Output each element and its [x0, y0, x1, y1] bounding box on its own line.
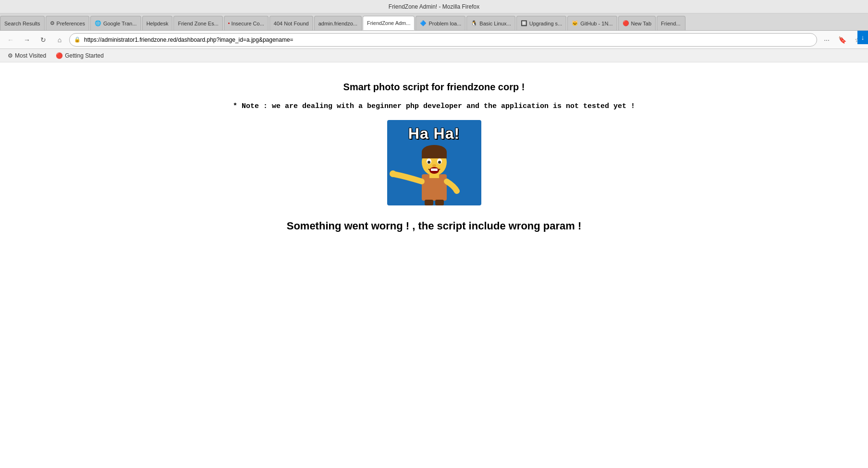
- haha-text: Ha Ha!: [408, 120, 460, 143]
- bookmark-label: Getting Started: [65, 52, 104, 59]
- bookmark-most-visited[interactable]: ⚙ Most Visited: [4, 51, 50, 60]
- tab-label: Friend...: [661, 21, 680, 26]
- tab-label: 404 Not Found: [274, 21, 309, 26]
- svg-rect-0: [422, 174, 447, 201]
- most-visited-icon: ⚙: [8, 52, 13, 59]
- haha-image: Ha Ha!: [387, 120, 481, 205]
- svg-rect-14: [435, 200, 444, 205]
- svg-rect-11: [431, 168, 438, 171]
- svg-point-12: [390, 170, 396, 177]
- title-bar: FriendZone Admin! - Mozilla Firefox: [0, 0, 868, 13]
- tab-404[interactable]: 404 Not Found: [269, 16, 313, 30]
- getting-started-icon: 🔴: [56, 52, 63, 59]
- tab-insecure[interactable]: • Insecure Co...: [224, 16, 269, 30]
- tab-label: Preferences: [57, 21, 85, 26]
- address-bar: ← → ↻ ⌂ 🔒 ··· 🔖 ☆: [0, 31, 868, 49]
- gear-icon: ⚙: [50, 20, 55, 26]
- tab-label: New Tab: [631, 21, 652, 26]
- home-button[interactable]: ⌂: [53, 33, 66, 47]
- tab-label: Insecure Co...: [231, 21, 264, 26]
- tab-problem[interactable]: 🔷 Problem loa...: [416, 16, 465, 30]
- translate-icon: 🌐: [95, 20, 101, 26]
- bookmark-getting-started[interactable]: 🔴 Getting Started: [52, 51, 108, 60]
- url-container: 🔒: [69, 33, 817, 47]
- problem-icon: 🔷: [420, 20, 427, 26]
- tab-label: Basic Linux...: [479, 21, 511, 26]
- tab-label: Helpdesk: [147, 21, 169, 26]
- url-input[interactable]: [69, 33, 817, 47]
- forward-button[interactable]: →: [20, 33, 34, 47]
- svg-rect-13: [425, 200, 433, 205]
- newtab-icon: 🔴: [623, 20, 629, 26]
- tab-bar: Search Results ⚙ Preferences 🌐 Google Tr…: [0, 13, 868, 31]
- page-content: Smart photo script for friendzone corp !…: [0, 62, 868, 468]
- svg-point-9: [432, 164, 436, 167]
- tab-google-translate[interactable]: 🌐 Google Tran...: [90, 16, 141, 30]
- tab-upgrading[interactable]: 🔲 Upgrading s...: [516, 16, 566, 30]
- linux-icon: 🐧: [471, 20, 477, 26]
- tab-admin-friendzo[interactable]: admin.friendzo...: [314, 16, 362, 30]
- bookmark-label: Most Visited: [15, 52, 46, 59]
- page-note: * Note : we are dealing with a beginner …: [233, 102, 635, 110]
- upgrade-icon: 🔲: [521, 20, 527, 26]
- tab-label: FriendZone Adm...: [367, 20, 411, 26]
- github-icon: 🐱: [572, 20, 578, 26]
- tab-basic-linux[interactable]: 🐧 Basic Linux...: [466, 16, 515, 30]
- lock-icon: 🔒: [74, 36, 81, 43]
- reload-button[interactable]: ↻: [37, 33, 50, 47]
- tab-label: Friend Zone Es...: [178, 21, 218, 26]
- svg-rect-4: [422, 152, 447, 158]
- window-title: FriendZone Admin! - Mozilla Firefox: [389, 3, 479, 10]
- svg-point-8: [438, 161, 441, 164]
- tab-label: Upgrading s...: [529, 21, 562, 26]
- back-button[interactable]: ←: [4, 33, 17, 47]
- tab-label: Problem loa...: [428, 21, 461, 26]
- nelson-figure: [387, 143, 481, 205]
- download-indicator[interactable]: ↓: [857, 31, 868, 44]
- page-error: Something went worng ! , the script incl…: [287, 220, 582, 232]
- tab-friendzone-admin[interactable]: FriendZone Adm...: [363, 16, 415, 30]
- tab-label: admin.friendzo...: [318, 21, 357, 26]
- pocket-button[interactable]: 🔖: [835, 33, 849, 47]
- insecure-icon: •: [228, 21, 230, 26]
- tab-label: Google Tran...: [103, 21, 137, 26]
- svg-point-7: [428, 161, 430, 164]
- tab-new-tab[interactable]: 🔴 New Tab: [618, 16, 656, 30]
- tab-preferences[interactable]: ⚙ Preferences: [46, 16, 89, 30]
- tab-friend-overflow[interactable]: Friend...: [657, 16, 685, 30]
- tab-search-results[interactable]: Search Results: [0, 16, 45, 30]
- tab-label: Search Results: [4, 21, 40, 26]
- tab-label: GitHub - 1N...: [580, 21, 612, 26]
- tab-helpdesk[interactable]: Helpdesk: [142, 16, 173, 30]
- nelson-svg: [387, 143, 481, 205]
- tab-github[interactable]: 🐱 GitHub - 1N...: [567, 16, 617, 30]
- tab-friendzone-es[interactable]: Friend Zone Es...: [173, 16, 222, 30]
- more-button[interactable]: ···: [820, 33, 833, 47]
- bookmarks-bar: ⚙ Most Visited 🔴 Getting Started: [0, 49, 868, 62]
- page-title: Smart photo script for friendzone corp !: [343, 82, 525, 93]
